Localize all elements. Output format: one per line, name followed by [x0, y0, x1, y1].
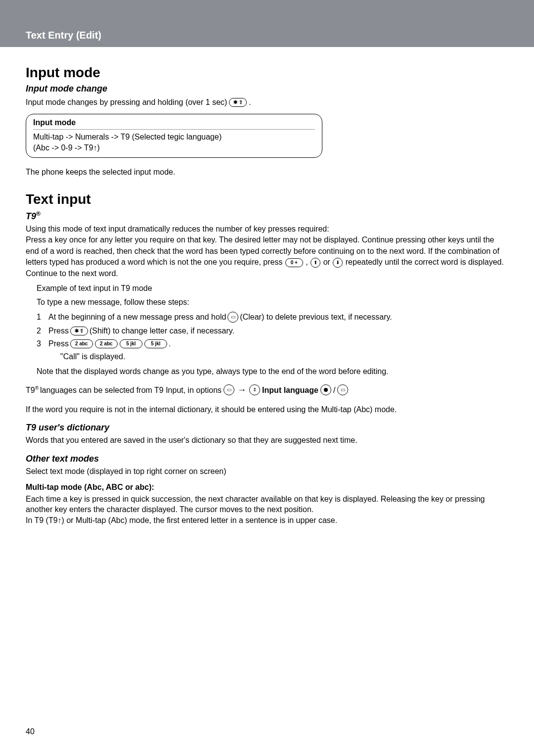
step-3: 3 Press 2 abc 2 abc 5 jkl 5 jkl .: [37, 339, 508, 348]
star-shift-key-icon: ✱ ⇧: [70, 327, 88, 335]
step-3-result: "Call" is displayed.: [60, 352, 508, 361]
key-2abc-icon: 2 abc: [95, 339, 118, 348]
t9-paragraph: Using this mode of text input dramatical…: [26, 224, 508, 279]
input-mode-box: Input mode Multi-tap -> Numerals -> T9 (…: [26, 114, 322, 158]
input-mode-change-text-after: .: [249, 96, 251, 109]
key-5jkl-icon: 5 jkl: [120, 339, 142, 348]
step-1: 1 At the beginning of a new message pres…: [37, 312, 508, 323]
input-mode-box-title: Input mode: [33, 118, 315, 127]
subheading-input-mode-change: Input mode change: [26, 84, 508, 94]
step-num-3: 3: [37, 339, 48, 348]
typing-note: Note that the displayed words change as …: [37, 367, 508, 376]
subheading-user-dict: T9 user's dictionary: [26, 423, 508, 433]
other-modes-text: Select text mode (displayed in top right…: [26, 466, 508, 477]
key-2abc-icon: 2 abc: [70, 339, 93, 348]
key-5jkl-icon: 5 jkl: [144, 339, 167, 348]
arrow-right-icon: →: [237, 383, 246, 397]
dictionary-note: If the word you require is not in the in…: [26, 404, 508, 415]
example-subtitle: To type a new message, follow these step…: [37, 298, 508, 307]
example-title: Example of text input in T9 mode: [37, 284, 508, 293]
star-shift-key-icon: ✱ ⇧: [229, 98, 247, 107]
input-mode-box-line1: Multi-tap -> Numerals -> T9 (Selected te…: [33, 132, 315, 142]
multi-tap-heading: Multi-tap mode (Abc, ABC or abc):: [26, 483, 508, 492]
t9-languages-line: T9® languages can be selected from T9 In…: [26, 383, 508, 397]
page-number: 40: [26, 727, 35, 736]
center-select-icon: [320, 384, 331, 395]
input-mode-box-line2: (Abc -> 0-9 -> T9↑): [33, 142, 315, 153]
user-dict-text: Words that you entered are saved in the …: [26, 435, 508, 446]
section-heading-text-input: Text input: [26, 191, 508, 207]
nav-up-icon: ⬆: [311, 258, 320, 268]
input-mode-change-text: Input mode changes by pressing and holdi…: [26, 96, 227, 109]
multi-tap-text: Each time a key is pressed in quick succ…: [26, 494, 508, 526]
subheading-other-modes: Other text modes: [26, 454, 508, 464]
section-heading-input-mode: Input mode: [26, 65, 508, 81]
nav-down-icon: ⬇: [333, 258, 343, 268]
zero-plus-key-icon: 0 +: [285, 258, 303, 267]
step-num-2: 2: [37, 327, 48, 335]
subheading-t9: T9®: [26, 210, 508, 222]
softkey-icon: ▭: [337, 384, 348, 395]
step-2: 2 Press ✱ ⇧ (Shift) to change letter cas…: [37, 327, 508, 335]
clear-key-icon: ▭: [227, 312, 238, 323]
input-mode-keep-text: The phone keeps the selected input mode.: [26, 167, 508, 178]
step-num-1: 1: [37, 313, 48, 322]
nav-updown-icon: ⇕: [249, 384, 260, 395]
softkey-icon: ▭: [223, 384, 234, 395]
page-header-title: Text Entry (Edit): [0, 30, 534, 41]
